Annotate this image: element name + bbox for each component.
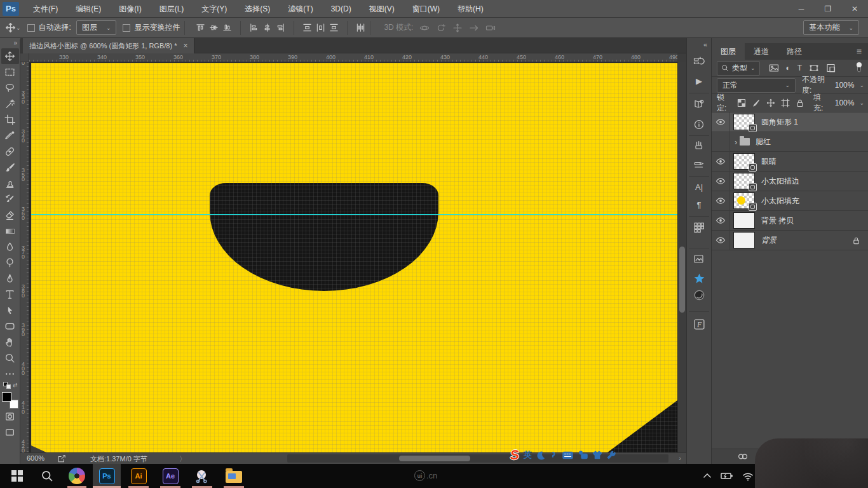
vertical-ruler[interactable]: 3 2 03 3 03 4 03 5 03 6 03 7 03 8 03 9 0…: [20, 62, 29, 452]
layer-row-sun-fill[interactable]: 小太阳填充: [712, 191, 868, 211]
visibility-toggle[interactable]: [712, 211, 729, 230]
hand-tool[interactable]: [1, 334, 19, 350]
distribute-spacing-button[interactable]: [356, 23, 365, 32]
screen-mode-button[interactable]: [1, 424, 19, 440]
layer-row-rounded-rectangle[interactable]: 圆角矩形 1: [712, 112, 868, 132]
quick-mask-button[interactable]: [1, 409, 19, 424]
align-hcenter-button[interactable]: [262, 23, 272, 32]
adjustments-panel-button[interactable]: [691, 252, 707, 267]
layer-name[interactable]: 背景 拷贝: [761, 215, 794, 226]
auto-select-checkbox[interactable]: [27, 24, 35, 32]
layer-thumbnail[interactable]: [733, 153, 755, 170]
move-tool[interactable]: [1, 48, 19, 64]
lasso-tool[interactable]: [1, 80, 19, 96]
status-chevron-icon[interactable]: 〉: [179, 454, 186, 464]
visibility-toggle[interactable]: [712, 152, 729, 171]
distribute-top-button[interactable]: [302, 23, 312, 32]
layer-thumbnail[interactable]: [733, 212, 755, 229]
layer-row-background[interactable]: 背景: [712, 231, 868, 250]
layer-name[interactable]: 眼睛: [761, 156, 776, 167]
libraries-panel-button[interactable]: [691, 97, 707, 112]
taskbar-search-button[interactable]: [34, 464, 60, 488]
menu-item-9[interactable]: 窗口(W): [403, 0, 449, 18]
tab-paths[interactable]: 路径: [778, 43, 811, 60]
plugin-star-icon[interactable]: [691, 271, 707, 286]
character-panel-button[interactable]: A|: [691, 179, 707, 194]
distribute-vcenter-button[interactable]: [316, 23, 325, 32]
layer-thumbnail[interactable]: [733, 114, 755, 130]
status-chevron2-icon[interactable]: ›: [679, 454, 681, 462]
lock-position-icon[interactable]: [766, 98, 775, 107]
history-panel-button[interactable]: [691, 54, 707, 69]
workspace-switcher[interactable]: 基本功能 ⌄: [803, 20, 859, 35]
align-bottom-button[interactable]: [222, 23, 232, 32]
visibility-toggle[interactable]: [712, 132, 729, 151]
visibility-toggle[interactable]: [712, 112, 729, 132]
canvas-document[interactable]: [31, 63, 677, 452]
layer-name[interactable]: 背景: [761, 235, 776, 246]
history-brush-tool[interactable]: [1, 191, 19, 207]
panel-menu-icon[interactable]: ≡: [857, 46, 862, 57]
zoom-level-field[interactable]: 600%: [27, 454, 44, 462]
filter-type-text-icon[interactable]: T: [797, 64, 802, 72]
taskbar-browser-button[interactable]: [64, 464, 90, 488]
export-icon[interactable]: [57, 454, 66, 463]
close-tab-icon[interactable]: ×: [183, 41, 187, 50]
minimize-button[interactable]: ─: [788, 0, 815, 18]
close-button[interactable]: ✕: [841, 0, 868, 18]
horizontal-scrollbar-thumb[interactable]: [399, 456, 470, 461]
sogou-logo-icon[interactable]: S: [509, 447, 520, 463]
info-panel-button[interactable]: [691, 117, 707, 132]
menu-item-8[interactable]: 视图(V): [360, 0, 403, 18]
restore-button[interactable]: ❐: [815, 0, 841, 18]
distribute-bottom-button[interactable]: [329, 23, 339, 32]
layer-row-eyes[interactable]: 眼睛: [712, 152, 868, 172]
layer-thumbnail[interactable]: [733, 232, 755, 248]
wifi-icon[interactable]: [742, 471, 754, 481]
menu-item-1[interactable]: 编辑(E): [67, 0, 110, 18]
align-left-button[interactable]: [249, 23, 259, 32]
ime-fullhalf-moon-icon[interactable]: [536, 451, 546, 460]
camera-raw-icon[interactable]: [691, 287, 707, 302]
ime-keyboard-icon[interactable]: [562, 451, 573, 459]
vertical-scrollbar[interactable]: [677, 62, 686, 452]
menu-item-3[interactable]: 图层(L): [151, 0, 193, 18]
actions-panel-button[interactable]: ▶: [691, 73, 707, 88]
menu-item-2[interactable]: 图像(I): [110, 0, 150, 18]
taskbar-screenshot-tool-button[interactable]: [188, 464, 216, 488]
layer-name[interactable]: 小太阳描边: [761, 176, 799, 187]
filter-type-dropdown[interactable]: 类型 ⌄: [717, 61, 760, 76]
glyphs-panel-button[interactable]: F: [691, 316, 707, 332]
dock-collapse-icon[interactable]: «: [703, 41, 707, 48]
blur-tool[interactable]: [1, 239, 19, 255]
filter-adjustment-icon[interactable]: ◐: [786, 64, 790, 72]
lock-transparency-icon[interactable]: [737, 98, 746, 107]
path-selection-tool[interactable]: [1, 302, 19, 318]
more-tools[interactable]: [1, 366, 19, 382]
tab-layers[interactable]: 图层: [712, 43, 745, 60]
tool-presets-panel-button[interactable]: [691, 158, 707, 173]
fill-field[interactable]: 100% ⌄: [831, 97, 868, 109]
pen-tool[interactable]: [1, 271, 19, 287]
menu-item-10[interactable]: 帮助(H): [449, 0, 492, 18]
align-vcenter-button[interactable]: [209, 23, 219, 32]
filter-shape-icon[interactable]: [809, 63, 819, 73]
clone-stamp-tool[interactable]: [1, 175, 19, 191]
layer-name[interactable]: 圆角矩形 1: [761, 117, 798, 128]
brush-tool[interactable]: [1, 159, 19, 175]
gradient-tool[interactable]: [1, 223, 19, 239]
default-colors-control[interactable]: ⇄: [2, 382, 18, 390]
tab-channels[interactable]: 通道: [745, 43, 778, 60]
rectangular-marquee-tool[interactable]: [1, 64, 19, 80]
document-tab[interactable]: 描边风格小图标 @ 600% (圆角矩形 1, RGB/8) * ×: [23, 38, 194, 53]
ime-settings-wrench-icon[interactable]: [607, 451, 616, 459]
ime-skin-icon[interactable]: [592, 451, 602, 459]
horizontal-ruler[interactable]: 3303403503603703803904004104204304404504…: [29, 53, 677, 62]
visibility-toggle[interactable]: [712, 231, 729, 250]
layer-row-sun-stroke[interactable]: 小太阳描边: [712, 172, 868, 191]
taskbar-photoshop-button[interactable]: Ps: [93, 464, 121, 488]
canvas-viewport[interactable]: [29, 62, 677, 452]
toolbox-collapse-icon[interactable]: »: [13, 39, 17, 48]
ime-punctuation-icon[interactable]: [550, 451, 558, 459]
taskbar-illustrator-button[interactable]: Ai: [125, 464, 153, 488]
